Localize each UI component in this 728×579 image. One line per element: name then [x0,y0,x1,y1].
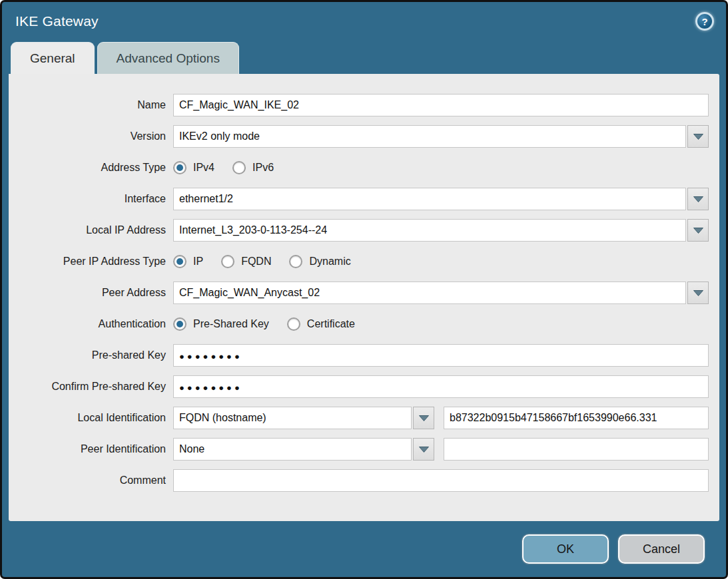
radio-dynamic-label: Dynamic [309,256,350,268]
preshared-key-label: Pre-shared Key [9,349,173,361]
comment-input[interactable] [173,469,709,492]
version-dropdown-button[interactable] [687,125,709,148]
chevron-down-icon [418,446,430,453]
peer-identification-type-value[interactable]: None [173,438,412,461]
confirm-preshared-key-label: Confirm Pre-shared Key [9,381,173,393]
radio-ipv6[interactable] [232,161,246,174]
peer-ip-type-option-ip: IP [173,255,203,268]
tab-general-label: General [30,51,75,66]
tab-general[interactable]: General [11,42,95,74]
address-type-label: Address Type [9,162,173,174]
form-row-interface: Interface ethernet1/2 [9,188,709,210]
comment-label: Comment [9,475,173,486]
radio-ipv4-label: IPv4 [193,162,214,174]
radio-certificate-label: Certificate [307,318,355,330]
local-identification-value-input[interactable]: b87322b0915b47158667bf1653990e66.331 [444,407,709,429]
peer-identification-dropdown-button[interactable] [413,438,434,461]
radio-ipv6-label: IPv6 [252,162,274,174]
version-label: Version [9,130,173,142]
radio-fqdn-label: FQDN [241,256,271,268]
titlebar: IKE Gateway ? [2,2,726,41]
interface-dropdown[interactable]: ethernet1/2 [173,188,709,210]
peer-address-dropdown-button[interactable] [687,282,709,304]
tab-bar: General Advanced Options [2,41,726,74]
form-row-peer-address: Peer Address CF_Magic_WAN_Anycast_02 [9,282,709,304]
peer-ip-type-option-dynamic: Dynamic [289,255,350,268]
chevron-down-icon [693,133,704,140]
tab-advanced-options[interactable]: Advanced Options [97,42,239,74]
address-type-radio-group: IPv4 IPv6 [173,161,274,174]
local-identification-type-value[interactable]: FQDN (hostname) [173,407,412,429]
interface-label: Interface [9,193,173,205]
preshared-key-input[interactable]: ●●●●●●●● [173,344,709,367]
radio-certificate[interactable] [287,317,300,331]
address-type-option-ipv6: IPv6 [232,161,274,174]
peer-ip-type-label: Peer IP Address Type [9,256,173,268]
radio-ip[interactable] [173,255,186,268]
local-identification-label: Local Identification [9,412,173,424]
peer-identification-value-input[interactable] [444,438,709,461]
form-row-version: Version IKEv2 only mode [9,125,709,148]
form-row-address-type: Address Type IPv4 IPv6 [9,156,709,179]
peer-address-label: Peer Address [9,287,173,299]
general-tab-panel: Name CF_Magic_WAN_IKE_02 Version IKEv2 o… [9,74,719,521]
version-dropdown[interactable]: IKEv2 only mode [173,125,709,148]
radio-pre-shared-key[interactable] [173,317,186,331]
interface-dropdown-button[interactable] [687,188,709,210]
form-row-authentication: Authentication Pre-Shared Key Certificat… [9,313,709,335]
radio-pre-shared-key-label: Pre-Shared Key [193,318,269,330]
local-ip-dropdown-button[interactable] [687,219,709,242]
peer-address-dropdown[interactable]: CF_Magic_WAN_Anycast_02 [173,282,709,304]
peer-identification-label: Peer Identification [9,443,173,455]
name-label: Name [9,99,173,111]
radio-ipv4[interactable] [173,161,186,174]
peer-ip-type-option-fqdn: FQDN [221,255,271,268]
form-row-local-ip: Local IP Address Internet_L3_203-0-113-2… [9,219,709,242]
local-ip-label: Local IP Address [9,224,173,236]
form-row-name: Name CF_Magic_WAN_IKE_02 [9,94,709,116]
version-value[interactable]: IKEv2 only mode [173,125,686,148]
chevron-down-icon [418,415,430,422]
local-ip-value[interactable]: Internet_L3_203-0-113-254--24 [173,219,686,242]
form-row-preshared-key: Pre-shared Key ●●●●●●●● [9,344,709,367]
chevron-down-icon [693,227,704,234]
help-icon-glyph: ? [701,17,707,27]
chevron-down-icon [693,196,704,203]
dialog-title: IKE Gateway [15,13,99,29]
authentication-label: Authentication [9,318,173,330]
authentication-option-psk: Pre-Shared Key [173,317,269,331]
radio-fqdn[interactable] [221,255,234,268]
authentication-radio-group: Pre-Shared Key Certificate [173,317,355,331]
local-identification-type-dropdown[interactable]: FQDN (hostname) [173,407,434,429]
form-row-peer-ip-type: Peer IP Address Type IP FQDN Dynamic [9,250,709,273]
help-icon[interactable]: ? [695,12,714,31]
peer-ip-type-radio-group: IP FQDN Dynamic [173,255,351,268]
peer-address-value[interactable]: CF_Magic_WAN_Anycast_02 [173,282,686,304]
interface-value[interactable]: ethernet1/2 [173,188,686,210]
form-row-confirm-preshared-key: Confirm Pre-shared Key ●●●●●●●● [9,375,709,398]
form-row-peer-identification: Peer Identification None [9,438,709,461]
local-identification-dropdown-button[interactable] [413,407,434,429]
ike-gateway-dialog: IKE Gateway ? General Advanced Options N… [0,0,728,579]
confirm-preshared-key-input[interactable]: ●●●●●●●● [173,375,709,398]
local-ip-dropdown[interactable]: Internet_L3_203-0-113-254--24 [173,219,709,242]
cancel-button[interactable]: Cancel [618,534,705,564]
tab-advanced-options-label: Advanced Options [117,51,220,66]
ok-button[interactable]: OK [522,534,609,564]
address-type-option-ipv4: IPv4 [173,161,214,174]
peer-identification-type-dropdown[interactable]: None [173,438,434,461]
radio-dynamic[interactable] [289,255,302,268]
chevron-down-icon [693,290,704,297]
form-row-local-identification: Local Identification FQDN (hostname) b87… [9,407,709,429]
authentication-option-certificate: Certificate [287,317,355,331]
dialog-footer: OK Cancel [2,521,726,577]
radio-ip-label: IP [193,256,203,268]
form-row-comment: Comment [9,469,709,492]
name-input[interactable]: CF_Magic_WAN_IKE_02 [173,94,709,116]
